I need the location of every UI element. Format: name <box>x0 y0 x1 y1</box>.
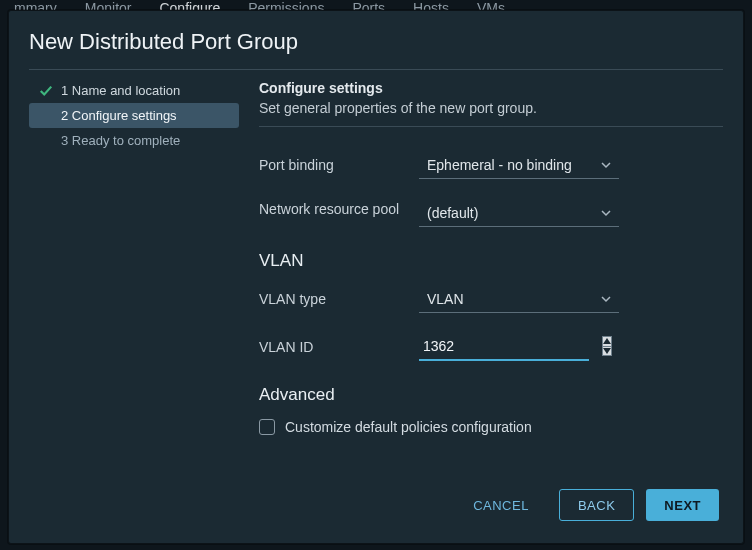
stepper-down-icon[interactable] <box>603 346 611 356</box>
step-label: 3 Ready to complete <box>61 133 180 148</box>
section-desc: Set general properties of the new port g… <box>259 100 723 116</box>
customize-policies-checkbox[interactable] <box>259 419 275 435</box>
step-configure-settings[interactable]: 2 Configure settings <box>29 103 239 128</box>
divider <box>259 126 723 127</box>
vlan-type-select[interactable]: VLAN <box>419 285 619 313</box>
step-label: 2 Configure settings <box>61 108 177 123</box>
configure-content: Configure settings Set general propertie… <box>259 78 723 471</box>
step-name-and-location[interactable]: 1 Name and location <box>29 78 239 103</box>
dialog-title: New Distributed Port Group <box>9 11 743 69</box>
stepper-up-icon[interactable] <box>603 337 611 346</box>
port-binding-value: Ephemeral - no binding <box>427 157 572 173</box>
cancel-button[interactable]: CANCEL <box>455 489 547 521</box>
vlan-id-input[interactable] <box>419 338 602 354</box>
wizard-steps: 1 Name and location 2 Configure settings… <box>29 78 239 471</box>
step-label: 1 Name and location <box>61 83 180 98</box>
customize-policies-label: Customize default policies configuration <box>285 419 532 435</box>
chevron-down-icon <box>601 208 611 218</box>
svg-marker-0 <box>603 338 611 344</box>
vlan-type-label: VLAN type <box>259 291 419 307</box>
svg-marker-1 <box>603 348 611 354</box>
section-title: Configure settings <box>259 80 723 96</box>
vlan-id-label: VLAN ID <box>259 339 419 355</box>
vlan-heading: VLAN <box>259 251 723 271</box>
dialog-footer: CANCEL BACK NEXT <box>9 471 743 543</box>
network-resource-pool-select[interactable]: (default) <box>419 199 619 227</box>
wizard-dialog: New Distributed Port Group 1 Name and lo… <box>8 10 744 544</box>
port-binding-label: Port binding <box>259 157 419 173</box>
vlan-type-value: VLAN <box>427 291 464 307</box>
spacer <box>39 134 53 148</box>
vlan-id-stepper[interactable] <box>602 336 612 356</box>
vlan-id-input-wrap <box>419 333 589 361</box>
chevron-down-icon <box>601 160 611 170</box>
spacer <box>39 109 53 123</box>
chevron-down-icon <box>601 294 611 304</box>
step-ready-to-complete[interactable]: 3 Ready to complete <box>29 128 239 153</box>
network-resource-pool-value: (default) <box>427 205 478 221</box>
port-binding-select[interactable]: Ephemeral - no binding <box>419 151 619 179</box>
back-button[interactable]: BACK <box>559 489 634 521</box>
network-resource-pool-label: Network resource pool <box>259 199 419 220</box>
check-icon <box>39 84 53 98</box>
advanced-heading: Advanced <box>259 385 723 405</box>
next-button[interactable]: NEXT <box>646 489 719 521</box>
